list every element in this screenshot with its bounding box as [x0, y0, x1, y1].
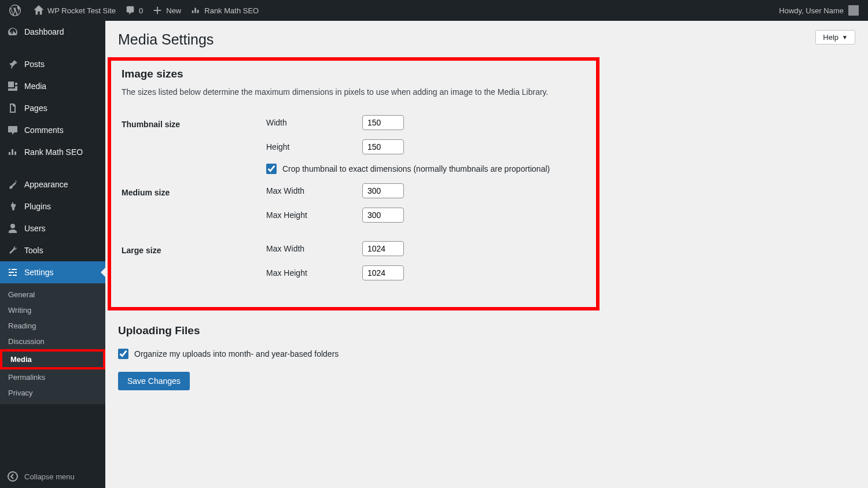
medium-width-label: Max Width [266, 186, 362, 195]
menu-pages[interactable]: Pages [0, 97, 105, 119]
highlight-box: Image sizes The sizes listed below deter… [108, 57, 599, 310]
submenu-discussion[interactable]: Discussion [0, 334, 105, 349]
submenu-permalinks[interactable]: Permalinks [0, 369, 105, 385]
rankmath-menu-icon [7, 146, 19, 158]
menu-users[interactable]: Users [0, 217, 105, 239]
site-home-item[interactable]: WP Rocket Test Site [29, 0, 120, 21]
submenu-media[interactable]: Media [2, 352, 103, 367]
dashboard-icon [7, 26, 19, 38]
content-area: Media Settings Help ▼ Image sizes The si… [105, 21, 868, 398]
comment-icon [125, 5, 135, 16]
medium-width-input[interactable] [362, 183, 404, 198]
wp-logo-item[interactable] [5, 0, 29, 21]
menu-plugins[interactable]: Plugins [0, 195, 105, 217]
menu-dashboard[interactable]: Dashboard [0, 21, 105, 43]
thumbnail-height-input[interactable] [362, 139, 404, 154]
thumbnail-crop-checkbox[interactable] [266, 164, 277, 174]
rankmath-label: Rank Math SEO [204, 6, 259, 15]
plus-icon [152, 5, 163, 16]
medium-height-label: Max Height [266, 210, 362, 220]
thumbnail-width-label: Width [266, 118, 362, 127]
menu-rankmath[interactable]: Rank Math SEO [0, 141, 105, 163]
menu-comments[interactable]: Comments [0, 119, 105, 141]
comments-item[interactable]: 0 [120, 0, 148, 21]
admin-bar-left: WP Rocket Test Site 0 New Rank Math SEO [5, 0, 263, 21]
organize-row[interactable]: Organize my uploads into month- and year… [118, 349, 855, 359]
large-row-label: Large size [122, 236, 266, 294]
image-sizes-table: Thumbnail size Width Height Crop thumbna… [122, 110, 556, 294]
site-title: WP Rocket Test Site [47, 6, 116, 15]
pin-icon [7, 58, 19, 70]
home-icon [34, 5, 44, 16]
thumbnail-row-label: Thumbnail size [122, 110, 266, 179]
caret-down-icon: ▼ [842, 34, 848, 40]
avatar [848, 5, 859, 16]
pages-icon [7, 102, 19, 114]
plug-icon [7, 201, 19, 212]
large-width-label: Max Width [266, 244, 362, 253]
menu-appearance[interactable]: Appearance [0, 173, 105, 195]
howdy-text: Howdy, User Name [779, 6, 844, 15]
menu-tools[interactable]: Tools [0, 239, 105, 261]
large-height-input[interactable] [362, 265, 404, 280]
wrench-icon [7, 245, 19, 256]
wordpress-icon [9, 5, 21, 16]
new-item[interactable]: New [148, 0, 186, 21]
submenu-general[interactable]: General [0, 287, 105, 302]
media-icon [7, 80, 19, 92]
organize-checkbox[interactable] [118, 349, 128, 359]
submenu-privacy[interactable]: Privacy [0, 385, 105, 398]
uploading-heading: Uploading Files [118, 324, 855, 337]
organize-label: Organize my uploads into month- and year… [134, 349, 339, 358]
rankmath-item[interactable]: Rank Math SEO [186, 0, 263, 21]
image-sizes-desc: The sizes listed below determine the max… [122, 87, 596, 97]
thumbnail-height-label: Height [266, 142, 362, 151]
sliders-icon [7, 267, 19, 278]
submenu-writing[interactable]: Writing [0, 302, 105, 318]
large-width-input[interactable] [362, 241, 404, 256]
thumbnail-crop-label: Crop thumbnail to exact dimensions (norm… [282, 164, 550, 173]
user-icon [7, 223, 19, 234]
menu-settings[interactable]: Settings [0, 261, 105, 283]
new-label: New [166, 6, 181, 15]
menu-posts[interactable]: Posts [0, 53, 105, 75]
thumbnail-crop-row[interactable]: Crop thumbnail to exact dimensions (norm… [266, 164, 550, 174]
help-button[interactable]: Help ▼ [815, 30, 855, 45]
menu-media[interactable]: Media [0, 75, 105, 97]
admin-bar-right[interactable]: Howdy, User Name [779, 0, 863, 21]
submenu-reading[interactable]: Reading [0, 318, 105, 334]
medium-height-input[interactable] [362, 208, 404, 223]
medium-row-label: Medium size [122, 179, 266, 236]
comments-count: 0 [139, 6, 143, 15]
brush-icon [7, 179, 19, 190]
admin-sidebar: Dashboard Posts Media Pages Comments Ran… [0, 21, 105, 398]
comments-icon [7, 124, 19, 136]
image-sizes-heading: Image sizes [122, 68, 596, 80]
settings-submenu: General Writing Reading Discussion Media… [0, 283, 105, 398]
thumbnail-width-input[interactable] [362, 115, 404, 130]
page-title: Media Settings [118, 31, 214, 48]
large-height-label: Max Height [266, 268, 362, 278]
admin-bar: WP Rocket Test Site 0 New Rank Math SEO … [0, 0, 868, 21]
save-button[interactable]: Save Changes [118, 372, 190, 390]
rankmath-icon [190, 5, 201, 16]
